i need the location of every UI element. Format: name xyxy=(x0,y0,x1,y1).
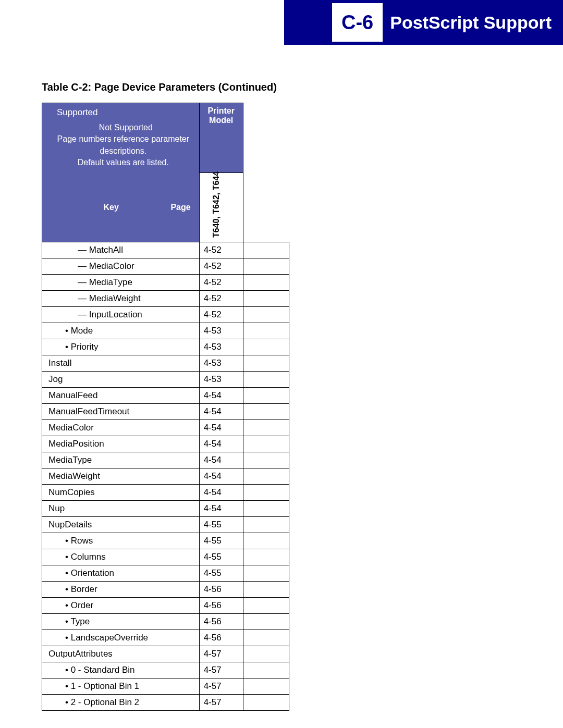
cell-page: 4-54 xyxy=(199,404,243,420)
cell-key: ManualFeed xyxy=(42,388,200,404)
cell-model xyxy=(243,582,289,598)
cell-page: 4-54 xyxy=(199,468,243,485)
cell-model xyxy=(243,258,289,275)
cell-key: LandscapeOverride xyxy=(42,630,200,646)
cell-key: ManualFeedTimeout xyxy=(42,404,200,420)
cell-page: 4-54 xyxy=(199,436,243,452)
cell-page: 4-56 xyxy=(199,582,243,598)
cell-key: Columns xyxy=(42,549,200,565)
table-row: Mode4-53 xyxy=(42,323,289,339)
cell-key: Priority xyxy=(42,339,200,355)
cell-model xyxy=(243,420,289,436)
table-row: 0 - Standard Bin4-57 xyxy=(42,662,289,678)
cell-page: 4-55 xyxy=(199,549,243,565)
table-row: MediaType4-54 xyxy=(42,452,289,468)
cell-page: 4-54 xyxy=(199,485,243,501)
cell-model xyxy=(243,501,289,517)
cell-key: Order xyxy=(42,598,200,614)
page-header: C-6 PostScript Support xyxy=(284,0,563,45)
cell-page: 4-54 xyxy=(199,501,243,517)
cell-key: Mode xyxy=(42,323,200,339)
table-row: MediaWeight4-54 xyxy=(42,468,289,485)
cell-key: MatchAll xyxy=(42,242,200,258)
cell-model xyxy=(243,646,289,662)
cell-model xyxy=(243,549,289,565)
cell-page: 4-56 xyxy=(199,598,243,614)
cell-key: 2 - Optional Bin 2 xyxy=(42,695,200,711)
legend-notes: Not Supported Page numbers reference par… xyxy=(42,120,200,173)
cell-model xyxy=(243,388,289,404)
legend-supported: Supported xyxy=(42,103,200,120)
col-header-printer-model: Printer Model xyxy=(199,103,243,173)
table-row: Priority4-53 xyxy=(42,339,289,355)
cell-key: MediaColor xyxy=(42,420,200,436)
col-header-key-page: Key Page xyxy=(42,173,200,242)
cell-key: OutputAttributes xyxy=(42,646,200,662)
table-row: Orientation4-55 xyxy=(42,565,289,582)
table-row: Jog4-53 xyxy=(42,372,289,388)
cell-page: 4-52 xyxy=(199,275,243,291)
cell-key: Orientation xyxy=(42,565,200,582)
cell-model xyxy=(243,291,289,307)
cell-page: 4-53 xyxy=(199,355,243,372)
cell-page: 4-54 xyxy=(199,452,243,468)
cell-key: MediaPosition xyxy=(42,436,200,452)
col-header-model: T640, T642, T644 xyxy=(199,173,243,242)
cell-model xyxy=(243,242,289,258)
cell-model xyxy=(243,372,289,388)
table-row: 1 - Optional Bin 14-57 xyxy=(42,678,289,695)
table-row: MediaType4-52 xyxy=(42,275,289,291)
cell-page: 4-53 xyxy=(199,372,243,388)
cell-model xyxy=(243,517,289,533)
cell-page: 4-56 xyxy=(199,630,243,646)
table-row: ManualFeedTimeout4-54 xyxy=(42,404,289,420)
cell-key: Type xyxy=(42,614,200,630)
cell-page: 4-56 xyxy=(199,614,243,630)
cell-key: MediaType xyxy=(42,275,200,291)
cell-page: 4-52 xyxy=(199,307,243,323)
cell-key: NumCopies xyxy=(42,485,200,501)
cell-model xyxy=(243,614,289,630)
table-row: MediaColor4-52 xyxy=(42,258,289,275)
cell-model xyxy=(243,630,289,646)
cell-key: 0 - Standard Bin xyxy=(42,662,200,678)
cell-page: 4-53 xyxy=(199,339,243,355)
header-badge: C-6 xyxy=(332,3,383,42)
cell-key: NupDetails xyxy=(42,517,200,533)
table-row: Type4-56 xyxy=(42,614,289,630)
cell-key: Jog xyxy=(42,372,200,388)
table-row: InputLocation4-52 xyxy=(42,307,289,323)
table-row: Order4-56 xyxy=(42,598,289,614)
cell-model xyxy=(243,485,289,501)
cell-model xyxy=(243,275,289,291)
cell-page: 4-57 xyxy=(199,646,243,662)
cell-page: 4-52 xyxy=(199,291,243,307)
cell-key: MediaWeight xyxy=(42,291,200,307)
cell-page: 4-57 xyxy=(199,695,243,711)
table-row: MatchAll4-52 xyxy=(42,242,289,258)
table-row: NupDetails4-55 xyxy=(42,517,289,533)
cell-model xyxy=(243,307,289,323)
cell-page: 4-53 xyxy=(199,323,243,339)
cell-page: 4-54 xyxy=(199,420,243,436)
cell-key: Rows xyxy=(42,533,200,549)
cell-model xyxy=(243,533,289,549)
cell-key: InputLocation xyxy=(42,307,200,323)
cell-model xyxy=(243,404,289,420)
table-row: MediaColor4-54 xyxy=(42,420,289,436)
cell-key: Border xyxy=(42,582,200,598)
cell-page: 4-52 xyxy=(199,242,243,258)
cell-page: 4-55 xyxy=(199,517,243,533)
cell-model xyxy=(243,452,289,468)
cell-model xyxy=(243,468,289,485)
table-row: Install4-53 xyxy=(42,355,289,372)
cell-key: Nup xyxy=(42,501,200,517)
cell-key: MediaType xyxy=(42,452,200,468)
cell-key: MediaWeight xyxy=(42,468,200,485)
table-row: Border4-56 xyxy=(42,582,289,598)
cell-model xyxy=(243,436,289,452)
cell-key: Install xyxy=(42,355,200,372)
table-row: 2 - Optional Bin 24-57 xyxy=(42,695,289,711)
cell-model xyxy=(243,323,289,339)
cell-model xyxy=(243,565,289,582)
